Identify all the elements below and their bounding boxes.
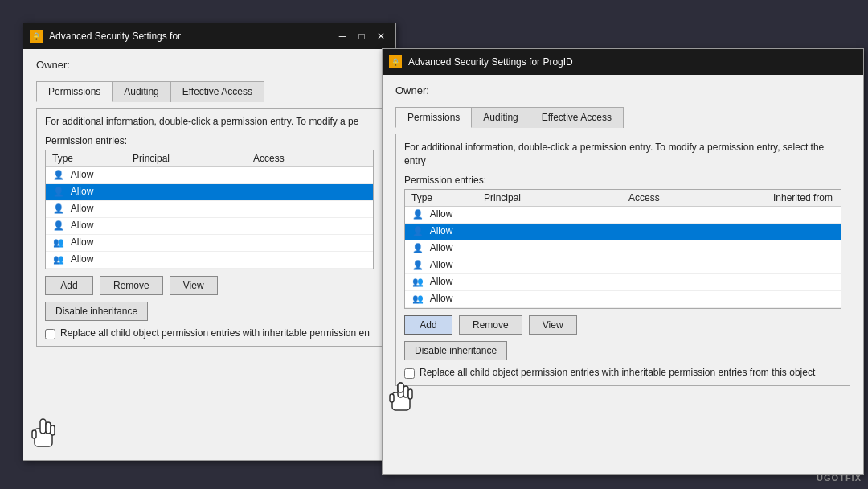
view-button-2[interactable]: View bbox=[529, 315, 577, 335]
group-icon: 👥 bbox=[52, 253, 65, 266]
window-1: 🔒 Advanced Security Settings for ─ □ ✕ O… bbox=[23, 23, 396, 461]
entry-access bbox=[247, 251, 373, 268]
entry-inherited bbox=[767, 273, 841, 290]
window-content-2: Owner: Permissions Auditing Effective Ac… bbox=[383, 75, 863, 402]
table-row[interactable]: 👤 Allow bbox=[405, 257, 841, 273]
table-row[interactable]: 👥 Allow bbox=[46, 251, 373, 268]
group-icon: 👥 bbox=[52, 236, 65, 249]
entry-access bbox=[622, 240, 767, 257]
entry-principal bbox=[126, 183, 247, 200]
tab-content-1: For additional information, double-click… bbox=[36, 108, 383, 347]
entry-access bbox=[247, 183, 373, 200]
user-icon: 👤 bbox=[52, 203, 65, 216]
tab-strip-2: Permissions Auditing Effective Access bbox=[395, 106, 850, 127]
remove-button-1[interactable]: Remove bbox=[100, 276, 163, 295]
entry-access bbox=[622, 290, 767, 307]
entry-type: Allow bbox=[430, 208, 453, 220]
entry-access bbox=[622, 223, 767, 240]
table-row[interactable]: 👤 Allow bbox=[405, 206, 841, 223]
entry-principal bbox=[126, 200, 247, 217]
table-row[interactable]: 👥 Allow bbox=[405, 273, 841, 290]
tab-auditing-2[interactable]: Auditing bbox=[472, 107, 530, 128]
entry-type: Allow bbox=[430, 293, 453, 304]
entry-principal bbox=[477, 206, 622, 223]
table-row[interactable]: 👤 Allow bbox=[405, 223, 841, 240]
title-text-2: Advanced Security Settings for ProgID bbox=[408, 56, 857, 68]
checkbox-row-2: Replace all child object permission entr… bbox=[404, 367, 841, 379]
table-row[interactable]: 👤 Allow bbox=[46, 217, 373, 234]
entry-inherited bbox=[767, 223, 841, 240]
svg-rect-8 bbox=[46, 422, 51, 434]
window-2: 🔒 Advanced Security Settings for ProgID … bbox=[382, 48, 864, 475]
entry-access bbox=[622, 257, 767, 273]
entry-type: Allow bbox=[71, 203, 94, 214]
title-bar-1: 🔒 Advanced Security Settings for ─ □ ✕ bbox=[23, 23, 395, 49]
close-btn-1[interactable]: ✕ bbox=[373, 28, 389, 44]
tab-effective-access-2[interactable]: Effective Access bbox=[530, 107, 624, 128]
remove-button-2[interactable]: Remove bbox=[459, 315, 522, 335]
table-row[interactable]: 👥 Allow bbox=[405, 290, 841, 307]
svg-rect-10 bbox=[32, 430, 36, 438]
user-icon: 👤 bbox=[411, 208, 424, 221]
group-icon: 👥 bbox=[411, 293, 424, 306]
user-icon: 👤 bbox=[52, 186, 65, 199]
col-type-2: Type bbox=[405, 190, 477, 207]
title-bar-2: 🔒 Advanced Security Settings for ProgID bbox=[383, 49, 863, 75]
entries-label-2: Permission entries: bbox=[404, 175, 841, 186]
entry-type: Allow bbox=[71, 236, 94, 248]
cursor-pointer-2 bbox=[28, 414, 60, 457]
entry-type: Allow bbox=[430, 276, 453, 287]
user-icon: 👤 bbox=[411, 259, 424, 272]
info-text-1: For additional information, double-click… bbox=[45, 115, 374, 129]
col-access-2: Access bbox=[622, 190, 767, 207]
minimize-btn-1[interactable]: ─ bbox=[334, 28, 350, 44]
perm-table-container-2: Type Principal Access Inherited from 👤 A… bbox=[404, 189, 841, 309]
perm-table-container-1: Type Principal Access 👤 Allow bbox=[45, 150, 374, 269]
view-button-1[interactable]: View bbox=[170, 276, 218, 295]
owner-row-2: Owner: bbox=[395, 84, 850, 97]
btn-row-2: Add Remove View bbox=[404, 315, 841, 335]
entry-inherited bbox=[767, 257, 841, 273]
watermark: UGOTFIX bbox=[817, 473, 862, 483]
maximize-btn-1[interactable]: □ bbox=[354, 28, 370, 44]
entry-principal bbox=[126, 166, 247, 183]
entry-principal bbox=[477, 223, 622, 240]
tab-strip-1: Permissions Auditing Effective Access bbox=[36, 80, 383, 101]
add-button-2[interactable]: Add bbox=[404, 315, 452, 335]
table-row[interactable]: 👤 Allow bbox=[46, 166, 373, 183]
entry-type: Allow bbox=[430, 259, 453, 270]
tab-auditing-1[interactable]: Auditing bbox=[113, 81, 170, 102]
entry-access bbox=[247, 234, 373, 251]
table-row[interactable]: 👥 Allow bbox=[46, 234, 373, 251]
svg-rect-9 bbox=[51, 425, 55, 435]
entries-label-1: Permission entries: bbox=[45, 135, 374, 146]
tab-content-2: For additional information, double-click… bbox=[395, 134, 850, 386]
user-icon: 👤 bbox=[52, 220, 65, 232]
svg-rect-7 bbox=[40, 419, 46, 434]
replace-checkbox-2[interactable] bbox=[404, 368, 415, 379]
tab-permissions-1[interactable]: Permissions bbox=[36, 81, 113, 102]
btn-row-1: Add Remove View bbox=[45, 276, 374, 295]
tab-effective-access-1[interactable]: Effective Access bbox=[171, 81, 264, 102]
add-button-1[interactable]: Add bbox=[45, 276, 93, 295]
entry-type: Allow bbox=[71, 186, 94, 197]
entry-access bbox=[622, 206, 767, 223]
col-principal-1: Principal bbox=[126, 150, 247, 167]
col-principal-2: Principal bbox=[477, 190, 622, 207]
replace-checkbox-1[interactable] bbox=[45, 329, 55, 339]
disable-inheritance-btn-2[interactable]: Disable inheritance bbox=[404, 341, 507, 360]
perm-table-1: Type Principal Access 👤 Allow bbox=[46, 150, 373, 269]
entry-principal bbox=[477, 290, 622, 307]
entry-type: Allow bbox=[71, 169, 94, 180]
col-type-1: Type bbox=[46, 150, 126, 167]
col-inherited-2: Inherited from bbox=[767, 190, 841, 207]
table-row[interactable]: 👤 Allow bbox=[46, 183, 373, 200]
table-row[interactable]: 👤 Allow bbox=[405, 240, 841, 257]
entry-inherited bbox=[767, 290, 841, 307]
entry-type: Allow bbox=[430, 225, 453, 236]
owner-row-1: Owner: bbox=[36, 59, 383, 71]
disable-inheritance-btn-1[interactable]: Disable inheritance bbox=[45, 302, 148, 321]
table-row[interactable]: 👤 Allow bbox=[46, 200, 373, 217]
group-icon: 👥 bbox=[411, 276, 424, 289]
tab-permissions-2[interactable]: Permissions bbox=[395, 107, 472, 128]
